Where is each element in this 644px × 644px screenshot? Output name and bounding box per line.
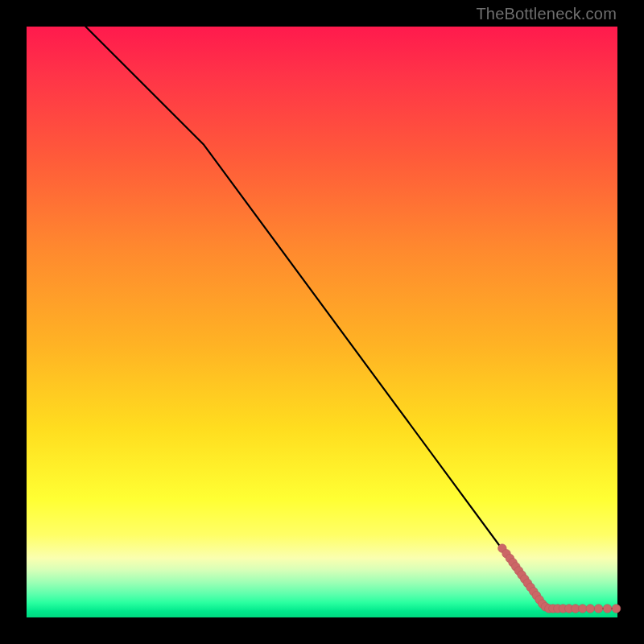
watermark-text: TheBottleneck.com <box>476 5 617 23</box>
data-marker <box>586 605 595 613</box>
chart-stage: TheBottleneck.com <box>0 0 644 644</box>
plot-area <box>27 27 617 617</box>
data-marker <box>578 605 587 613</box>
data-marker <box>603 605 612 613</box>
data-marker <box>612 605 621 613</box>
curve-line <box>85 27 617 609</box>
chart-svg <box>27 27 617 617</box>
marker-group <box>498 544 621 613</box>
data-marker <box>594 605 603 613</box>
